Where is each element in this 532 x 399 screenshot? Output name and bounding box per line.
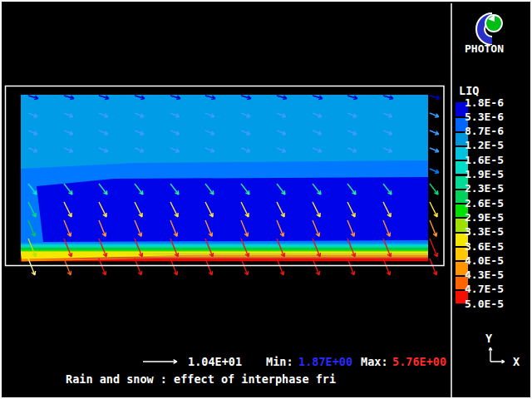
legend-value: 4.3E-5 xyxy=(465,269,504,280)
x-axis-label: X xyxy=(513,356,520,367)
min-value: 1.87E+00 xyxy=(298,356,352,367)
photon-logo-label: PHOTON xyxy=(465,42,504,55)
legend-title: LIQ xyxy=(459,84,479,97)
legend-value: 2.6E-5 xyxy=(465,198,504,209)
legend-value: 1.2E-5 xyxy=(465,140,504,150)
band-teal xyxy=(21,246,428,248)
dark-blue-region xyxy=(37,177,428,242)
plot-caption: Rain and snow : effect of interphase fri xyxy=(66,373,336,385)
contour-vector-plot xyxy=(2,2,532,399)
min-label: Min: xyxy=(266,356,293,367)
legend-value: 1.6E-5 xyxy=(465,155,504,165)
legend-value: 3.6E-5 xyxy=(465,241,504,252)
band-cyan xyxy=(21,244,428,246)
legend-value: 5.3E-6 xyxy=(465,111,504,122)
photon-swirl-icon xyxy=(472,12,505,45)
max-value: 5.76E+00 xyxy=(392,356,446,367)
photon-window: PHOTON LIQ 1.8E-65.3E-68.7E-61.2E-51.6E-… xyxy=(0,0,532,399)
legend-value: 1.8E-6 xyxy=(465,97,504,108)
legend-value: 3.3E-5 xyxy=(465,226,504,237)
legend-value: 4.7E-5 xyxy=(465,283,504,294)
band-chartreuse xyxy=(21,251,428,252)
vector-scale-value: 1.04E+01 xyxy=(188,356,242,367)
legend-value: 8.7E-6 xyxy=(465,126,504,136)
max-label: Max: xyxy=(361,356,388,367)
band-green xyxy=(21,248,428,249)
y-axis-label: Y xyxy=(485,332,492,344)
legend-value: 2.3E-5 xyxy=(465,183,504,194)
legend-value: 1.9E-5 xyxy=(465,169,504,180)
legend-value: 4.0E-5 xyxy=(465,255,504,266)
legend-value: 2.9E-5 xyxy=(465,212,504,223)
band-brightgreen xyxy=(21,249,428,251)
band-azure xyxy=(21,243,428,244)
legend-value: 5.0E-5 xyxy=(465,298,504,309)
